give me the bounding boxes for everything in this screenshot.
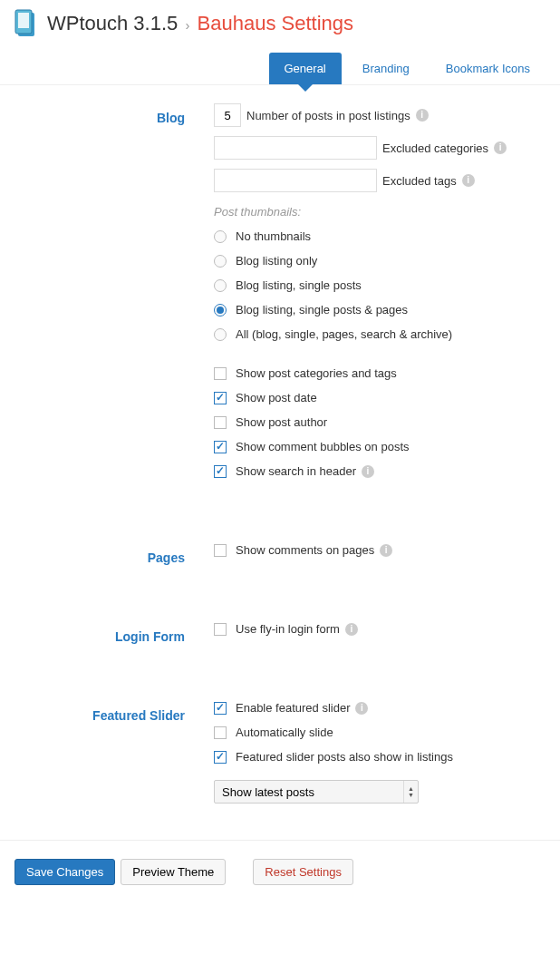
tab-bookmark-icons[interactable]: Bookmark Icons — [430, 53, 546, 84]
page-header: WPtouch 3.1.5 › Bauhaus Settings — [0, 0, 560, 45]
field-label: Number of posts in post listings — [246, 109, 410, 122]
checkbox-label: Featured slider posts also show in listi… — [236, 750, 453, 764]
info-icon[interactable]: i — [345, 623, 358, 636]
field-label: Excluded categories — [382, 141, 488, 155]
radio-row: Blog listing, single posts — [214, 278, 546, 292]
checkbox-label: Use fly-in login form — [236, 622, 340, 636]
checkbox[interactable] — [214, 416, 227, 429]
checkbox[interactable] — [214, 751, 227, 764]
radio-row: Blog listing only — [214, 254, 546, 268]
info-icon[interactable]: i — [416, 109, 429, 122]
excluded-tags-input[interactable] — [214, 169, 377, 192]
field-label: Excluded tags — [382, 174, 457, 188]
checkbox-row: Featured slider posts also show in listi… — [214, 750, 546, 764]
radio-label: All (blog, single, pages, search & archi… — [236, 327, 452, 341]
checkbox-row: Show search in headeri — [214, 464, 546, 478]
checkbox-label: Enable featured slider — [236, 701, 350, 715]
checkbox-row: Show comment bubbles on posts — [214, 440, 546, 453]
slider-source-select[interactable]: Show latest posts — [214, 780, 419, 804]
thumbnails-subhead: Post thumbnails: — [214, 205, 546, 219]
section-title: Blog — [14, 103, 214, 489]
radio-row: All (blog, single, pages, search & archi… — [214, 327, 546, 341]
radio-label: No thumbnails — [236, 229, 311, 243]
page-title: WPtouch 3.1.5 › Bauhaus Settings — [47, 12, 353, 35]
footer-actions: Save Changes Preview Theme Reset Setting… — [0, 840, 560, 903]
checkbox-label: Show search in header — [236, 464, 356, 478]
section-slider: Featured SliderEnable featured slideriAu… — [0, 683, 560, 840]
checkbox[interactable] — [214, 465, 227, 478]
info-icon[interactable]: i — [362, 465, 374, 478]
info-icon[interactable]: i — [462, 174, 475, 187]
radio[interactable] — [214, 230, 227, 243]
radio-label: Blog listing, single posts — [236, 278, 362, 292]
radio[interactable] — [214, 304, 227, 317]
section-pages: PagesShow comments on pagesi — [0, 525, 560, 604]
preview-button[interactable]: Preview Theme — [121, 859, 226, 885]
wptouch-logo-icon — [14, 9, 38, 38]
section-login: Login FormUse fly-in login formi — [0, 604, 560, 683]
checkbox-row: Show comments on pagesi — [214, 543, 546, 557]
info-icon[interactable]: i — [355, 702, 368, 715]
reset-button[interactable]: Reset Settings — [253, 859, 353, 885]
radio-row: Blog listing, single posts & pages — [214, 303, 546, 317]
checkbox-label: Show post author — [236, 415, 327, 429]
radio[interactable] — [214, 328, 227, 341]
section-title: Pages — [14, 543, 214, 568]
section-title: Featured Slider — [14, 701, 214, 804]
checkbox-row: Use fly-in login formi — [214, 622, 546, 636]
tab-general[interactable]: General — [269, 53, 342, 84]
svg-rect-2 — [18, 13, 29, 28]
checkbox-row: Show post author — [214, 415, 546, 429]
checkbox[interactable] — [214, 441, 227, 453]
checkbox[interactable] — [214, 623, 227, 636]
excluded-categories-input[interactable] — [214, 136, 377, 160]
checkbox-label: Show post date — [236, 391, 317, 404]
radio-row: No thumbnails — [214, 229, 546, 243]
checkbox[interactable] — [214, 544, 227, 557]
checkbox[interactable] — [214, 726, 227, 739]
info-icon[interactable]: i — [380, 544, 392, 557]
checkbox-row: Show post categories and tags — [214, 366, 546, 380]
checkbox-label: Show comments on pages — [236, 543, 374, 557]
checkbox[interactable] — [214, 367, 227, 380]
checkbox[interactable] — [214, 392, 227, 404]
slider-source-select-wrap: Show latest posts▲▼ — [214, 780, 419, 804]
save-button[interactable]: Save Changes — [14, 859, 115, 885]
radio[interactable] — [214, 279, 227, 292]
section-blog: BlogNumber of posts in post listingsiExc… — [0, 85, 560, 525]
section-title: Login Form — [14, 622, 214, 647]
checkbox-label: Show post categories and tags — [236, 366, 397, 380]
posts-count-input[interactable] — [214, 103, 241, 127]
checkbox-label: Show comment bubbles on posts — [236, 440, 410, 453]
checkbox-row: Enable featured slideri — [214, 701, 546, 715]
radio-label: Blog listing only — [236, 254, 317, 268]
checkbox[interactable] — [214, 702, 227, 715]
radio[interactable] — [214, 255, 227, 268]
tab-branding[interactable]: Branding — [347, 53, 425, 84]
checkbox-row: Automatically slide — [214, 726, 546, 739]
tabs-nav: GeneralBrandingBookmark Icons — [0, 45, 560, 85]
info-icon[interactable]: i — [494, 141, 507, 154]
checkbox-label: Automatically slide — [236, 726, 333, 739]
checkbox-row: Show post date — [214, 391, 546, 404]
radio-label: Blog listing, single posts & pages — [236, 303, 408, 317]
